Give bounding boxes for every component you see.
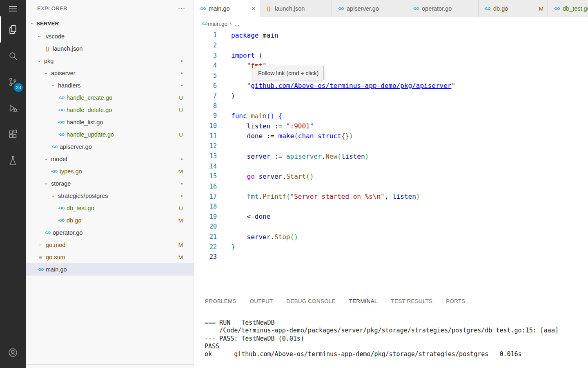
lines-file-icon: ≡ <box>36 242 45 248</box>
tree-item-handle_update.go[interactable]: -GOhandle_update.goU <box>26 128 194 141</box>
go-file-icon: -GO <box>36 267 45 272</box>
explorer-more-actions-icon[interactable]: ⋯ <box>178 6 185 10</box>
editor-tab-launch.json[interactable]: {}launch.json <box>260 0 332 17</box>
code-token: listen <box>341 153 365 160</box>
panel-tab-PORTS[interactable]: PORTS <box>445 294 466 308</box>
line-number: 15 <box>194 173 217 180</box>
tree-item-handle_list.go[interactable]: -GOhandle_list.go <box>26 116 194 128</box>
extensions-activity-button[interactable] <box>0 121 26 147</box>
code-token: . <box>322 153 326 160</box>
code-token: := <box>270 122 286 130</box>
code-token: } <box>231 243 235 251</box>
code-token: import <box>231 52 255 59</box>
code-token: Start <box>286 173 306 180</box>
code-token: make <box>278 132 294 140</box>
editor-tab-operator.go[interactable]: -GOoperator.go <box>407 0 479 17</box>
tree-item-handle_create.go[interactable]: -GOhandle_create.goU <box>26 92 194 104</box>
line-number: 10 <box>194 122 217 130</box>
panel-tab-TERMINAL[interactable]: TERMINAL <box>349 294 378 308</box>
source-control-activity-button[interactable]: 23 <box>0 69 26 95</box>
editor-tab-db_test.go[interactable]: -GOdb_test.go <box>548 0 588 17</box>
code-token: listen <box>392 193 416 200</box>
code-token <box>231 153 247 160</box>
code-token: main <box>247 112 267 120</box>
tree-item-main.go[interactable]: -GOmain.go <box>26 263 194 276</box>
line-content: } <box>217 243 235 251</box>
testing-activity-button[interactable] <box>0 147 26 173</box>
go-file-icon: -GO <box>57 120 66 124</box>
close-icon[interactable]: × <box>252 4 256 13</box>
breadcrumb-separator-icon: › <box>230 21 232 27</box>
tree-item-db.go[interactable]: -GOdb.goM <box>26 214 194 227</box>
tree-item-apiserver[interactable]: ›apiserver● <box>26 67 194 79</box>
go-file-icon: -GO <box>57 206 66 210</box>
panel-tab-TEST RESULTS[interactable]: TEST RESULTS <box>391 294 433 308</box>
tree-item-strategies/postgres[interactable]: ›strategies/postgres● <box>26 190 194 202</box>
menu-button[interactable] <box>0 1 26 16</box>
go-file-icon: -GO <box>483 7 492 11</box>
line-content: package main <box>217 31 278 39</box>
go-file-icon: -GO <box>411 7 420 11</box>
go-file-icon: -GO <box>336 7 345 11</box>
tree-item-handle_delete.go[interactable]: -GOhandle_delete.goU <box>26 104 194 116</box>
go-file-icon: -GO <box>552 7 561 11</box>
panel-tab-DEBUG CONSOLE[interactable]: DEBUG CONSOLE <box>286 294 336 308</box>
explorer-title: EXPLORER <box>37 5 67 11</box>
tree-item-handlers[interactable]: ›handlers● <box>26 79 194 92</box>
account-button[interactable] <box>0 339 26 366</box>
tab-label: main.go <box>209 5 230 12</box>
line-content: server := apiserver.New(listen) <box>217 153 369 160</box>
tree-item-model[interactable]: ›model● <box>26 153 194 165</box>
code-line: 14 <box>194 161 588 171</box>
code-token: " <box>451 82 455 90</box>
terminal-output[interactable]: === RUN TestNewDB /Code/terminus-app-dem… <box>194 308 588 358</box>
tree-item-launch.json[interactable]: {}launch.json <box>26 43 194 55</box>
json-file-icon: {} <box>43 46 52 52</box>
line-number: 5 <box>194 72 217 79</box>
tree-item-go.mod[interactable]: ≡go.modM <box>26 239 194 251</box>
tree-item-.vscode[interactable]: ›.vscode <box>26 30 194 43</box>
import-link[interactable]: github.com/Above-os/terminus-app-demo/pk… <box>251 82 451 90</box>
line-number: 17 <box>194 193 217 200</box>
tree-item-go.sum[interactable]: ≡go.sumM <box>26 251 194 263</box>
tab-modified-badge: M <box>539 6 543 12</box>
panel-tab-PROBLEMS[interactable]: PROBLEMS <box>205 294 237 308</box>
panel-tab-OUTPUT[interactable]: OUTPUT <box>249 294 274 308</box>
code-lines: 1package main23import (4 "fmt"56 "github… <box>194 30 588 262</box>
file-label: apiserver <box>51 70 76 76</box>
code-token <box>255 173 259 180</box>
tree-item-apiserver.go[interactable]: -GOapiserver.go <box>26 141 194 153</box>
tree-item-pkg[interactable]: ›pkg● <box>26 55 194 67</box>
git-change-dot: ● <box>181 194 183 198</box>
code-token: "Server started on %s\n" <box>290 193 385 200</box>
line-content: ) <box>217 92 235 100</box>
chevron-down-icon: › <box>29 20 36 27</box>
editor-tab-db.go[interactable]: -GOdb.goM <box>479 0 548 17</box>
section-header-outline[interactable]: › OUTLINE <box>26 364 194 368</box>
code-token: done <box>255 213 271 220</box>
code-line: 20 <box>194 222 588 232</box>
git-status-badge: U <box>179 107 183 113</box>
editor-tab-main.go[interactable]: -GOmain.go× <box>194 0 260 17</box>
run-debug-activity-button[interactable] <box>0 95 26 121</box>
chevron-down-icon: › <box>36 33 43 40</box>
code-token: package <box>231 31 258 39</box>
code-token: listen <box>247 122 271 130</box>
tree-item-db_test.go[interactable]: -GOdb_test.goU <box>26 202 194 214</box>
file-label: db_test.go <box>67 205 94 211</box>
breadcrumb-file[interactable]: main.go <box>208 21 227 27</box>
code-token: Stop <box>274 233 290 241</box>
lines-file-icon: ≡ <box>36 254 45 260</box>
code-token: { <box>278 112 283 120</box>
explorer-activity-button[interactable] <box>0 16 26 43</box>
search-activity-button[interactable] <box>0 43 26 69</box>
editor[interactable]: -GO main.go › … 1package main23import (4… <box>194 17 588 291</box>
tree-item-storage[interactable]: ›storage● <box>26 177 194 190</box>
section-header-server[interactable]: › SERVER <box>26 16 194 30</box>
breadcrumb-more[interactable]: … <box>234 21 240 27</box>
section-label: SERVER <box>36 20 59 27</box>
code-token <box>274 112 278 120</box>
tree-item-types.go[interactable]: -GOtypes.goM <box>26 165 194 177</box>
editor-tab-apiserver.go[interactable]: -GOapiserver.go <box>332 0 407 17</box>
tree-item-operator.go[interactable]: -GOoperator.go <box>26 227 194 239</box>
